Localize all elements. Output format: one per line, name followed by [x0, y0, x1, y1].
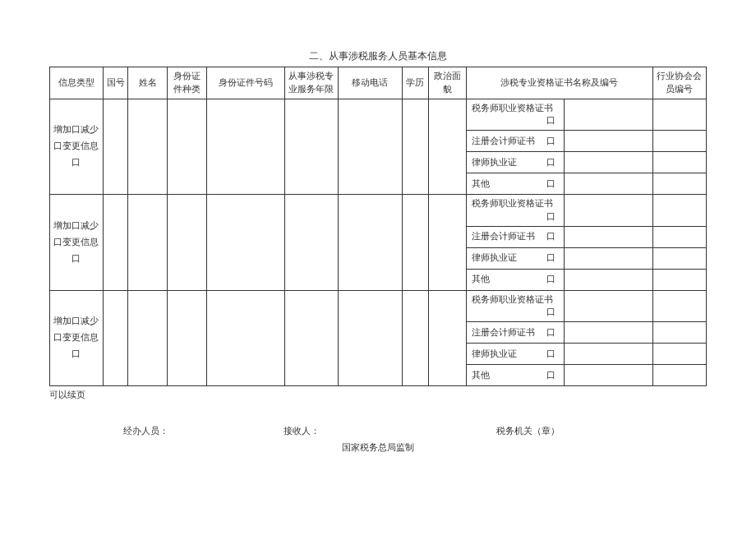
hdr-assoc: 行业协会会员编号 [652, 67, 706, 99]
checkbox-icon: 口 [546, 230, 555, 243]
cell-nationality [103, 195, 127, 291]
table-row: 增加口减少口变更信息口税务师职业资格证书口 [50, 290, 707, 322]
assoc-cell [652, 195, 706, 227]
cell-mobile [338, 195, 402, 291]
cert-no-cell [564, 290, 652, 322]
assoc-cell [652, 152, 706, 173]
hdr-id-no: 身份证件号码 [206, 67, 284, 99]
hdr-nationality: 国号 [103, 67, 127, 99]
checkbox-icon: 口 [546, 326, 555, 339]
cell-id_no [206, 290, 284, 386]
cert-text: 律师执业证 [472, 158, 517, 167]
cell-education [402, 99, 428, 195]
checkbox-icon: 口 [546, 210, 555, 224]
checkbox-icon: 口 [546, 273, 555, 286]
cell-mobile [338, 290, 402, 386]
cell-id_kind [167, 99, 206, 195]
assoc-cell [652, 344, 706, 365]
cell-nationality [103, 99, 127, 195]
assoc-cell [652, 290, 706, 322]
cert-text: 其他 [472, 371, 490, 380]
cert-no-cell [564, 365, 652, 386]
cert-label: 税务师职业资格证书口 [466, 195, 564, 227]
header-row: 信息类型 国号 姓名 身份证件种类 身份证件号码 从事涉税专业服务年限 移动电话… [50, 67, 707, 99]
checkbox-icon: 口 [546, 156, 555, 169]
cell-service_years [284, 99, 338, 195]
cell-education [402, 195, 428, 291]
cell-name [128, 195, 168, 291]
cell-politics [429, 290, 466, 386]
cert-label: 税务师职业资格证书口 [466, 290, 564, 322]
cert-no-cell [564, 99, 652, 131]
footer-handler: 经办人员： [123, 426, 168, 437]
cert-text: 注册会计师证书 [472, 232, 535, 241]
cert-no-cell [564, 152, 652, 173]
cell-id_kind [167, 290, 206, 386]
checkbox-icon: 口 [546, 114, 555, 127]
cert-no-cell [564, 247, 652, 269]
checkbox-icon: 口 [546, 178, 555, 191]
cert-label: 律师执业证口 [466, 247, 564, 269]
cert-label: 其他口 [466, 269, 564, 290]
assoc-cell [652, 365, 706, 386]
footer-authority: 税务机关（章） [496, 426, 560, 437]
hdr-education: 学历 [402, 67, 428, 99]
checkbox-icon: 口 [546, 251, 555, 265]
cert-no-cell [564, 226, 652, 247]
cert-text: 律师执业证 [472, 349, 517, 358]
cert-no-cell [564, 131, 652, 152]
cert-label: 其他口 [466, 173, 564, 195]
cell-politics [429, 99, 466, 195]
cell-education [402, 290, 428, 386]
cert-text: 税务师职业资格证书 [472, 199, 553, 208]
cell-service_years [284, 290, 338, 386]
checkbox-icon: 口 [546, 306, 555, 319]
footer-issuer: 国家税务总局监制 [49, 442, 707, 454]
row-label: 增加口减少口变更信息口 [50, 195, 104, 291]
cert-text: 税务师职业资格证书 [472, 104, 553, 113]
hdr-info-type: 信息类型 [50, 67, 104, 99]
cert-text: 其他 [472, 179, 490, 188]
cert-no-cell [564, 344, 652, 365]
assoc-cell [652, 269, 706, 290]
row-label: 增加口减少口变更信息口 [50, 290, 104, 386]
checkbox-icon: 口 [546, 369, 555, 382]
cert-text: 注册会计师证书 [472, 136, 535, 145]
cert-label: 其他口 [466, 365, 564, 386]
assoc-cell [652, 322, 706, 344]
cert-text: 注册会计师证书 [472, 328, 535, 337]
footer-receiver: 接收人： [284, 426, 320, 437]
cell-name [128, 290, 168, 386]
hdr-mobile: 移动电话 [338, 67, 402, 99]
cert-text: 律师执业证 [472, 253, 517, 262]
cert-label: 律师执业证口 [466, 344, 564, 365]
assoc-cell [652, 99, 706, 131]
cert-label: 税务师职业资格证书口 [466, 99, 564, 131]
assoc-cell [652, 226, 706, 247]
cell-mobile [338, 99, 402, 195]
cell-service_years [284, 195, 338, 291]
hdr-service-years: 从事涉税专业服务年限 [284, 67, 338, 99]
cell-id_kind [167, 195, 206, 291]
cert-no-cell [564, 173, 652, 195]
cert-label: 注册会计师证书口 [466, 226, 564, 247]
cert-text: 税务师职业资格证书 [472, 295, 553, 304]
row-label: 增加口减少口变更信息口 [50, 99, 104, 195]
cell-id_no [206, 195, 284, 291]
assoc-cell [652, 173, 706, 195]
cell-politics [429, 195, 466, 291]
table-row: 增加口减少口变更信息口税务师职业资格证书口 [50, 99, 707, 131]
table-row: 增加口减少口变更信息口税务师职业资格证书口 [50, 195, 707, 227]
cell-id_no [206, 99, 284, 195]
checkbox-icon: 口 [546, 348, 555, 361]
cert-text: 其他 [472, 274, 490, 284]
assoc-cell [652, 247, 706, 269]
cert-label: 律师执业证口 [466, 152, 564, 173]
assoc-cell [652, 131, 706, 152]
section-title: 二、从事涉税服务人员基本信息 [49, 49, 707, 63]
cert-label: 注册会计师证书口 [466, 322, 564, 344]
cert-no-cell [564, 322, 652, 344]
cert-label: 注册会计师证书口 [466, 131, 564, 152]
hdr-cert: 涉税专业资格证书名称及编号 [466, 67, 652, 99]
cell-nationality [103, 290, 127, 386]
